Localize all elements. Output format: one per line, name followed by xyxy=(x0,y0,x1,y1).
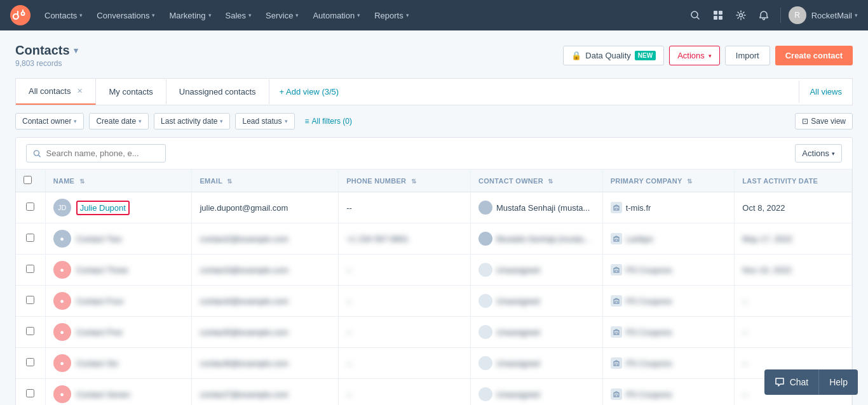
row-checkbox[interactable] xyxy=(26,265,34,273)
contact-owner-filter[interactable]: Contact owner ▾ xyxy=(15,113,84,129)
th-name[interactable]: NAME ⇅ xyxy=(45,169,192,192)
tab-all-contacts-label: All contacts xyxy=(29,86,71,96)
data-quality-button[interactable]: 🔒 Data Quality NEW xyxy=(563,46,664,65)
contact-email: contact5@example.com xyxy=(200,328,288,337)
company-icon xyxy=(611,357,622,369)
row-checkbox[interactable] xyxy=(26,327,34,335)
email-cell: contact6@example.com xyxy=(192,348,339,379)
nav-conversations[interactable]: Conversations ▾ xyxy=(90,7,161,24)
chat-button[interactable]: Chat xyxy=(764,369,819,395)
svg-rect-3 xyxy=(719,11,722,15)
tab-all-contacts[interactable]: All contacts ✕ xyxy=(16,79,96,105)
th-email[interactable]: EMAIL ⇅ xyxy=(192,169,339,192)
th-email-label: EMAIL xyxy=(200,177,222,185)
create-date-filter[interactable]: Create date ▾ xyxy=(89,113,149,129)
phone-cell: +1 234 567 8901 xyxy=(339,223,471,255)
owner-cell-inner: Unassigned xyxy=(478,387,595,401)
contact-avatar: ● xyxy=(53,292,71,310)
contact-phone: -- xyxy=(346,390,352,399)
th-owner[interactable]: CONTACT OWNER ⇅ xyxy=(470,169,602,192)
nav-marketing[interactable]: Marketing ▾ xyxy=(163,7,217,24)
nav-service[interactable]: Service ▾ xyxy=(259,7,305,24)
nav-contacts[interactable]: Contacts ▾ xyxy=(38,7,89,24)
company-cell: PS Coupons xyxy=(602,317,735,348)
notifications-icon[interactable] xyxy=(755,6,773,24)
name-cell: ● Contact Six xyxy=(45,348,192,379)
contact-avatar: ● xyxy=(53,261,71,279)
all-views-label: All views xyxy=(810,87,842,96)
owner-cell-inner: Mustafa Senhaji (musta... xyxy=(478,201,595,215)
table-actions-button[interactable]: Actions ▾ xyxy=(795,144,842,163)
sort-icon: ⇅ xyxy=(79,178,85,185)
owner-avatar xyxy=(478,263,492,277)
company-cell-inner: PS Coupons xyxy=(611,326,727,338)
marketplace-icon[interactable] xyxy=(709,6,727,24)
contact-owner-filter-label: Contact owner xyxy=(22,117,71,126)
create-contact-label: Create contact xyxy=(785,51,843,60)
email-cell: contact4@example.com xyxy=(192,286,339,317)
sort-icon: ⇅ xyxy=(687,178,692,185)
close-icon[interactable]: ✕ xyxy=(77,87,83,95)
phone-cell: -- xyxy=(339,192,471,223)
table-actions-label: Actions xyxy=(802,149,829,158)
th-select-all xyxy=(16,169,45,192)
lead-status-filter[interactable]: Lead status ▾ xyxy=(235,113,294,129)
company-cell-inner: Laribpo xyxy=(611,233,727,244)
contact-name: Contact Four xyxy=(76,296,124,306)
company-cell-inner: PS Coupons xyxy=(611,295,727,307)
all-views-button[interactable]: All views xyxy=(799,81,852,103)
th-phone[interactable]: PHONE NUMBER ⇅ xyxy=(339,169,471,192)
contact-avatar: ● xyxy=(53,354,71,372)
phone-cell: -- xyxy=(339,286,471,317)
page-content: Contacts ▾ 9,803 records 🔒 Data Quality … xyxy=(0,30,868,405)
lead-status-filter-label: Lead status xyxy=(242,117,281,126)
tab-my-contacts[interactable]: My contacts xyxy=(96,79,166,104)
add-view-button[interactable]: + Add view (3/5) xyxy=(269,81,349,103)
row-checkbox[interactable] xyxy=(26,296,34,304)
save-view-button[interactable]: ⊡ Save view xyxy=(795,113,853,129)
all-filters-button[interactable]: ≡ All filters (0) xyxy=(300,114,357,129)
contact-email: contact4@example.com xyxy=(200,296,288,306)
company-cell: Laribpo xyxy=(602,223,735,255)
nav-automation[interactable]: Automation ▾ xyxy=(306,7,367,24)
row-checkbox[interactable] xyxy=(26,202,34,211)
nav-sales[interactable]: Sales ▾ xyxy=(219,7,259,24)
svg-point-6 xyxy=(739,14,742,17)
contact-name-cell: JD Julie Dupont xyxy=(53,199,184,216)
search-icon[interactable] xyxy=(686,6,704,24)
tab-unassigned-contacts[interactable]: Unassigned contacts xyxy=(166,79,269,104)
th-name-label: NAME xyxy=(53,177,75,185)
all-filters-label: All filters (0) xyxy=(312,117,352,126)
import-button[interactable]: Import xyxy=(725,46,770,65)
nav-reports[interactable]: Reports ▾ xyxy=(368,7,416,24)
th-company[interactable]: PRIMARY COMPANY ⇅ xyxy=(602,169,735,192)
email-cell: contact7@example.com xyxy=(192,379,339,406)
row-checkbox[interactable] xyxy=(26,389,34,397)
name-cell: ● Contact Three xyxy=(45,255,192,286)
row-checkbox[interactable] xyxy=(26,234,34,242)
contact-company: PS Coupons xyxy=(626,265,672,275)
hubspot-logo[interactable] xyxy=(10,5,31,25)
search-input[interactable] xyxy=(46,149,159,158)
create-contact-button[interactable]: Create contact xyxy=(775,46,853,65)
help-button[interactable]: Help xyxy=(818,369,858,395)
contact-name-link[interactable]: Julie Dupont xyxy=(80,203,126,213)
contact-phone: -- xyxy=(346,328,352,337)
settings-icon[interactable] xyxy=(732,6,750,24)
email-cell: contact2@example.com xyxy=(192,223,339,255)
user-avatar[interactable]: R xyxy=(789,6,806,24)
last-activity-date-filter[interactable]: Last activity date ▾ xyxy=(154,113,230,129)
th-activity[interactable]: LAST ACTIVITY DATE xyxy=(735,169,852,192)
select-all-checkbox[interactable] xyxy=(24,176,32,184)
actions-button[interactable]: Actions ▾ xyxy=(669,46,720,65)
username-label[interactable]: RocketMail ▾ xyxy=(811,11,858,20)
import-label: Import xyxy=(736,51,759,60)
table-scroll-container[interactable]: NAME ⇅ EMAIL ⇅ PHONE NUMBER ⇅ CONTACT xyxy=(16,169,852,405)
company-icon xyxy=(611,202,622,213)
contact-name-cell: ● Contact Seven xyxy=(53,385,184,403)
email-cell: julie.dupont@gmail.com xyxy=(192,192,339,223)
page-title-area: Contacts ▾ 9,803 records xyxy=(15,43,78,68)
search-box[interactable] xyxy=(26,144,166,163)
row-checkbox[interactable] xyxy=(26,358,34,366)
title-caret-icon[interactable]: ▾ xyxy=(74,46,78,55)
